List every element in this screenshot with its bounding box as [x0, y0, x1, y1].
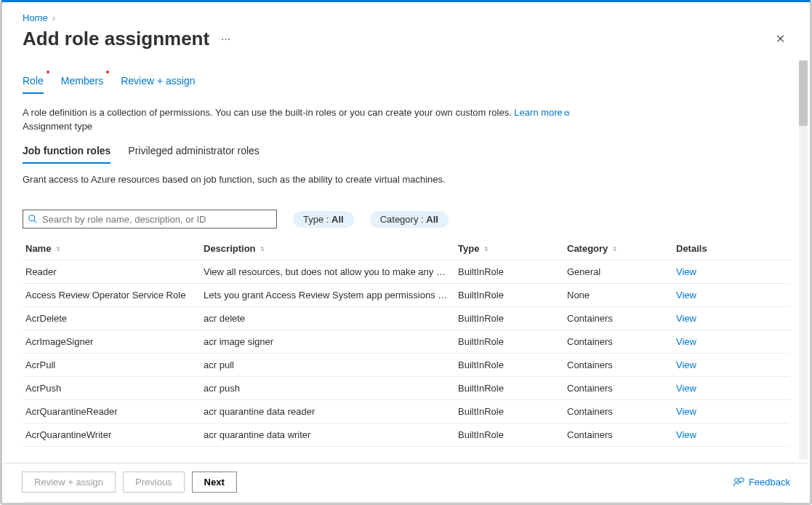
- subtab-privileged-administrator-roles[interactable]: Privileged administrator roles: [128, 143, 260, 164]
- cell-description: acr push: [204, 383, 458, 394]
- cell-name: AcrPush: [25, 383, 204, 394]
- required-dot-icon: [106, 71, 109, 73]
- cell-type: BuiltInRole: [458, 313, 567, 324]
- close-icon[interactable]: ✕: [771, 29, 789, 49]
- sort-icon: ↑↓: [483, 244, 486, 252]
- search-input-container[interactable]: [23, 210, 277, 228]
- cell-category: Containers: [567, 429, 676, 440]
- filter-type-pill[interactable]: Type : All: [293, 211, 354, 228]
- tab-members[interactable]: Members: [61, 73, 103, 94]
- tab-review-assign[interactable]: Review + assign: [121, 73, 195, 94]
- tab-role[interactable]: Role: [23, 73, 44, 94]
- cell-type: BuiltInRole: [458, 383, 567, 394]
- cell-description: Lets you grant Access Review System app …: [204, 290, 458, 301]
- cell-type: BuiltInRole: [458, 429, 567, 440]
- cell-description: acr pull: [204, 359, 458, 370]
- search-icon: [28, 214, 38, 224]
- cell-name: AcrQuarantineReader: [25, 406, 204, 417]
- scrollbar-track[interactable]: [799, 60, 808, 459]
- filter-category-pill[interactable]: Category : All: [370, 211, 449, 228]
- table-row[interactable]: AcrPullacr pullBuiltInRoleContainersView: [23, 354, 789, 377]
- view-link[interactable]: View: [676, 266, 696, 277]
- external-link-icon: ⧉: [564, 109, 569, 117]
- cell-category: None: [567, 290, 676, 301]
- view-link[interactable]: View: [676, 313, 696, 324]
- chevron-right-icon: ›: [52, 12, 55, 23]
- cell-category: Containers: [567, 359, 676, 370]
- breadcrumb-home[interactable]: Home: [23, 12, 48, 23]
- subtab-description: Grant access to Azure resources based on…: [23, 174, 789, 185]
- cell-category: Containers: [567, 336, 676, 347]
- previous-button[interactable]: Previous: [123, 472, 185, 493]
- sort-icon: ↑↓: [260, 244, 263, 252]
- col-name[interactable]: Name↑↓: [25, 243, 204, 254]
- col-description[interactable]: Description↑↓: [204, 243, 458, 254]
- table-row[interactable]: AcrImageSigneracr image signerBuiltInRol…: [23, 330, 789, 354]
- table-header: Name↑↓ Description↑↓ Type↑↓ Category↑↓ D…: [23, 237, 789, 261]
- review-assign-button[interactable]: Review + assign: [22, 472, 116, 493]
- col-type[interactable]: Type↑↓: [458, 243, 567, 254]
- table-row[interactable]: AcrQuarantineReaderacr quarantine data r…: [23, 400, 789, 424]
- feedback-link[interactable]: Feedback: [733, 477, 790, 488]
- table-row[interactable]: AcrPushacr pushBuiltInRoleContainersView: [23, 377, 789, 400]
- subtab-job-function-roles[interactable]: Job function roles: [23, 143, 110, 164]
- cell-type: BuiltInRole: [458, 266, 567, 277]
- cell-name: AcrPull: [25, 359, 204, 370]
- table-row[interactable]: ReaderView all resources, but does not a…: [23, 261, 789, 284]
- cell-description: View all resources, but does not allow y…: [204, 266, 458, 277]
- search-input[interactable]: [42, 214, 272, 225]
- cell-name: AcrQuarantineWriter: [25, 429, 204, 440]
- view-link[interactable]: View: [676, 383, 696, 394]
- cell-type: BuiltInRole: [458, 406, 567, 417]
- required-dot-icon: [47, 71, 49, 73]
- page-title: Add role assignment: [23, 28, 209, 50]
- table-row[interactable]: AcrQuarantineWriteracr quarantine data w…: [23, 424, 789, 447]
- sort-icon: ↑↓: [612, 244, 615, 252]
- more-actions-icon[interactable]: ⋯: [221, 33, 232, 44]
- learn-more-link[interactable]: Learn more: [514, 107, 562, 118]
- view-link[interactable]: View: [676, 429, 696, 440]
- cell-description: acr image signer: [204, 336, 458, 347]
- cell-category: General: [567, 266, 676, 277]
- scrollbar-thumb[interactable]: [799, 60, 808, 126]
- svg-line-1: [34, 220, 37, 223]
- footer-bar: Review + assign Previous Next Feedback: [4, 463, 808, 501]
- table-row[interactable]: Access Review Operator Service RoleLets …: [23, 284, 789, 307]
- next-button[interactable]: Next: [192, 472, 237, 493]
- cell-name: AcrImageSigner: [25, 336, 204, 347]
- feedback-icon: [733, 477, 744, 488]
- svg-point-2: [734, 478, 738, 482]
- main-tabs: RoleMembersReview + assign: [23, 73, 789, 94]
- cell-category: Containers: [567, 406, 676, 417]
- svg-rect-3: [739, 478, 744, 482]
- cell-description: acr delete: [204, 313, 458, 324]
- view-link[interactable]: View: [676, 290, 696, 301]
- assignment-type-tabs: Job function rolesPrivileged administrat…: [23, 143, 789, 164]
- cell-category: Containers: [567, 313, 676, 324]
- cell-description: acr quarantine data writer: [204, 429, 458, 440]
- col-category[interactable]: Category↑↓: [567, 243, 676, 254]
- cell-category: Containers: [567, 383, 676, 394]
- view-link[interactable]: View: [676, 406, 696, 417]
- cell-name: Access Review Operator Service Role: [25, 290, 204, 301]
- cell-description: acr quarantine data reader: [204, 406, 458, 417]
- view-link[interactable]: View: [676, 336, 696, 347]
- cell-type: BuiltInRole: [458, 290, 567, 301]
- cell-name: Reader: [25, 266, 204, 277]
- table-row[interactable]: AcrDeleteacr deleteBuiltInRoleContainers…: [23, 307, 789, 330]
- cell-name: AcrDelete: [25, 313, 204, 324]
- sort-icon: ↑↓: [55, 244, 58, 252]
- helper-text: A role definition is a collection of per…: [23, 107, 789, 118]
- breadcrumb: Home ›: [23, 12, 789, 23]
- svg-point-0: [29, 215, 35, 221]
- assignment-type-label: Assignment type: [23, 121, 789, 132]
- cell-type: BuiltInRole: [458, 359, 567, 370]
- col-details: Details: [676, 243, 787, 254]
- cell-type: BuiltInRole: [458, 336, 567, 347]
- view-link[interactable]: View: [676, 359, 696, 370]
